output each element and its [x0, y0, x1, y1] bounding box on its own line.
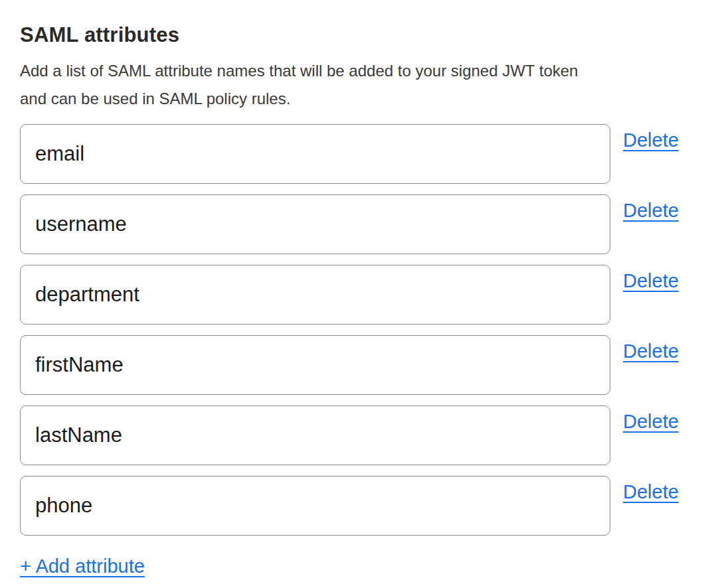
page-description-line-1: Add a list of SAML attribute names that … — [20, 57, 688, 85]
delete-link[interactable]: Delete — [623, 340, 679, 362]
delete-link[interactable]: Delete — [623, 200, 679, 222]
saml-attributes-section: SAML attributes Add a list of SAML attri… — [0, 0, 708, 577]
delete-link[interactable]: Delete — [623, 481, 679, 503]
attribute-row: Delete — [20, 335, 688, 395]
delete-link[interactable]: Delete — [623, 129, 679, 151]
attribute-input-department[interactable] — [20, 265, 610, 325]
attribute-row: Delete — [20, 194, 688, 254]
attribute-input-email[interactable] — [20, 124, 610, 184]
attribute-row: Delete — [20, 476, 688, 536]
attribute-input-username[interactable] — [20, 194, 610, 254]
attribute-input-firstname[interactable] — [20, 335, 610, 395]
delete-link[interactable]: Delete — [623, 411, 679, 433]
attribute-row: Delete — [20, 405, 688, 465]
attribute-input-lastname[interactable] — [20, 405, 610, 465]
add-attribute-link[interactable]: + Add attribute — [20, 555, 145, 577]
delete-link[interactable]: Delete — [623, 270, 679, 292]
page-description: Add a list of SAML attribute names that … — [20, 57, 688, 113]
page-description-line-2: and can be used in SAML policy rules. — [20, 85, 688, 113]
attribute-row: Delete — [20, 124, 688, 184]
attribute-input-phone[interactable] — [20, 476, 610, 536]
attribute-row: Delete — [20, 265, 688, 325]
page-title: SAML attributes — [20, 23, 688, 48]
